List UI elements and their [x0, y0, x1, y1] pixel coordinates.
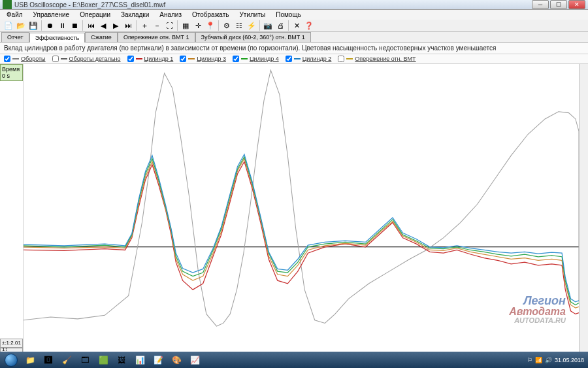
app-icon — [3, 0, 12, 9]
menu-6[interactable]: Утилиты — [236, 10, 270, 20]
tab-1[interactable]: Эффективность — [29, 33, 86, 42]
menu-2[interactable]: Операции — [76, 10, 114, 20]
series-Обороты — [24, 70, 579, 326]
print-icon[interactable]: 🖨 — [274, 20, 286, 31]
toolbar: 📄 📂 💾 ⏺ ⏸ ⏹ ⏮ ◀ ▶ ⏭ ＋ － ⛶ ▦ ✛ 📍 ⚙ ☷ ⚡ 📷 … — [0, 20, 588, 32]
prev-icon[interactable]: ◀ — [97, 20, 109, 31]
legend-item-2[interactable]: Цилиндр 1 — [127, 56, 174, 62]
legend-item-1[interactable]: Обороты детально — [52, 56, 121, 62]
tab-2[interactable]: Сжатие — [85, 32, 118, 42]
tray-sound-icon[interactable]: 🔊 — [545, 357, 552, 363]
chart-area[interactable]: Легион Автодата AUTODATA.RU — [24, 64, 579, 357]
rewind-icon[interactable]: ⏮ — [85, 20, 97, 31]
taskbar-app1-icon[interactable]: 🗔 — [76, 354, 93, 367]
trigger-icon[interactable]: ⚡ — [246, 20, 257, 31]
settings-icon[interactable]: ⚙ — [221, 20, 233, 31]
legend-label-5: Цилиндр 2 — [302, 56, 332, 62]
window-titlebar: USB Oscilloscope - E:\Boxer_277\CSS_dise… — [0, 0, 588, 10]
time-value: 0 s — [2, 73, 21, 79]
tab-4[interactable]: Зубчатый диск (60-2, 360°) отн. ВМТ 1 — [195, 32, 311, 42]
legend-item-4[interactable]: Цилиндр 4 — [233, 56, 279, 62]
help-icon[interactable]: ❓ — [303, 20, 315, 31]
tab-bar: ОтчетЭффективностьСжатиеОпережение отн. … — [0, 32, 588, 42]
legend-label-1: Обороты детально — [69, 56, 121, 62]
description-text: Вклад цилиндров в работу двигателя (по в… — [0, 42, 588, 54]
legend-checkbox-4[interactable] — [233, 56, 239, 62]
legend-item-0[interactable]: Обороты — [4, 56, 46, 62]
taskbar-oscilloscope-icon[interactable]: 📈 — [186, 354, 203, 367]
record-icon[interactable]: ⏺ — [44, 20, 56, 31]
channels-icon[interactable]: ☷ — [233, 20, 245, 31]
legend-checkbox-3[interactable] — [180, 56, 186, 62]
series-Цилиндр 2 — [24, 154, 579, 302]
fit-icon[interactable]: ⛶ — [163, 20, 175, 31]
taskbar-app2-icon[interactable]: 🟩 — [95, 354, 112, 367]
system-tray[interactable]: ⚐ 📶 🔊 31.05.2018 — [527, 357, 587, 363]
left-panel: Время 0 s ±:1:2.01 1↕ ⟷1:1 — [0, 64, 24, 357]
legend-checkbox-1[interactable] — [52, 56, 59, 62]
legend-item-5[interactable]: Цилиндр 2 — [286, 56, 332, 62]
tray-network-icon[interactable]: 📶 — [535, 357, 542, 363]
window-title: USB Oscilloscope - E:\Boxer_277\CSS_dise… — [14, 1, 532, 8]
legend-label-4: Цилиндр 4 — [250, 56, 279, 62]
legend-checkbox-6[interactable] — [338, 56, 344, 62]
menu-bar: ФайлУправлениеОперацииЗакладкиАнализОтоб… — [0, 10, 588, 20]
time-box: Время 0 s — [0, 64, 23, 81]
zoomin-icon[interactable]: ＋ — [139, 20, 150, 31]
new-icon[interactable]: 📄 — [3, 20, 14, 31]
legend-label-2: Цилиндр 1 — [144, 56, 174, 62]
zoomout-icon[interactable]: － — [151, 20, 163, 31]
open-icon[interactable]: 📂 — [15, 20, 27, 31]
legend-item-3[interactable]: Цилиндр 3 — [180, 56, 226, 62]
taskbar-paint-icon[interactable]: 🎨 — [168, 354, 185, 367]
legend-checkbox-2[interactable] — [127, 56, 134, 62]
legend-item-6[interactable]: Опережение отн. ВМТ — [338, 56, 416, 62]
pause-icon[interactable]: ⏸ — [56, 20, 68, 31]
screenshot-icon[interactable]: 📷 — [262, 20, 274, 31]
marker-icon[interactable]: 📍 — [204, 20, 216, 31]
legend-checkbox-5[interactable] — [286, 56, 292, 62]
taskbar-app3-icon[interactable]: 🖼 — [113, 354, 130, 367]
windows-taskbar: 📁 🅾 🧹 🗔 🟩 🖼 📊 📝 🎨 📈 ⚐ 📶 🔊 31.05.2018 — [0, 352, 588, 368]
menu-5[interactable]: Отображать — [188, 10, 233, 20]
menu-1[interactable]: Управление — [29, 10, 74, 20]
menu-0[interactable]: Файл — [3, 10, 27, 20]
grid-icon[interactable]: ▦ — [180, 20, 191, 31]
series-Цилиндр 1 — [24, 161, 579, 314]
legend-label-6: Опережение отн. ВМТ — [355, 56, 416, 62]
taskbar-excel-icon[interactable]: 📊 — [131, 354, 148, 367]
start-button[interactable] — [1, 353, 21, 367]
close-button[interactable]: ✕ — [568, 0, 585, 9]
menu-7[interactable]: Помощь — [272, 10, 305, 20]
taskbar-word-icon[interactable]: 📝 — [150, 354, 167, 367]
taskbar-ccleaner-icon[interactable]: 🧹 — [58, 354, 75, 367]
series-Цилиндр 3 — [24, 159, 579, 309]
tab-0[interactable]: Отчет — [1, 32, 29, 42]
time-label: Время — [2, 66, 21, 73]
tray-flag-icon[interactable]: ⚐ — [527, 357, 532, 363]
tab-3[interactable]: Опережение отн. ВМТ 1 — [118, 32, 195, 42]
next-icon[interactable]: ⏭ — [122, 20, 134, 31]
close-icon[interactable]: ✕ — [291, 20, 302, 31]
legend-label-3: Цилиндр 3 — [197, 56, 226, 62]
save-icon[interactable]: 💾 — [27, 20, 39, 31]
tray-clock[interactable]: 31.05.2018 — [555, 357, 584, 363]
vertical-scrollbar[interactable] — [579, 64, 588, 357]
cursor-icon[interactable]: ✛ — [192, 20, 204, 31]
legend-bar: ОборотыОбороты детальноЦилиндр 1Цилиндр … — [0, 54, 588, 64]
stop-icon[interactable]: ⏹ — [69, 20, 80, 31]
menu-3[interactable]: Закладки — [117, 10, 153, 20]
taskbar-explorer-icon[interactable]: 📁 — [22, 354, 39, 367]
maximize-button[interactable]: ☐ — [550, 0, 567, 9]
play-icon[interactable]: ▶ — [110, 20, 122, 31]
legend-checkbox-0[interactable] — [4, 56, 10, 62]
series-Цилиндр 4 — [24, 157, 579, 305]
taskbar-opera-icon[interactable]: 🅾 — [40, 354, 57, 367]
menu-4[interactable]: Анализ — [155, 10, 186, 20]
minimize-button[interactable]: ─ — [532, 0, 549, 9]
legend-label-0: Обороты — [21, 56, 46, 62]
